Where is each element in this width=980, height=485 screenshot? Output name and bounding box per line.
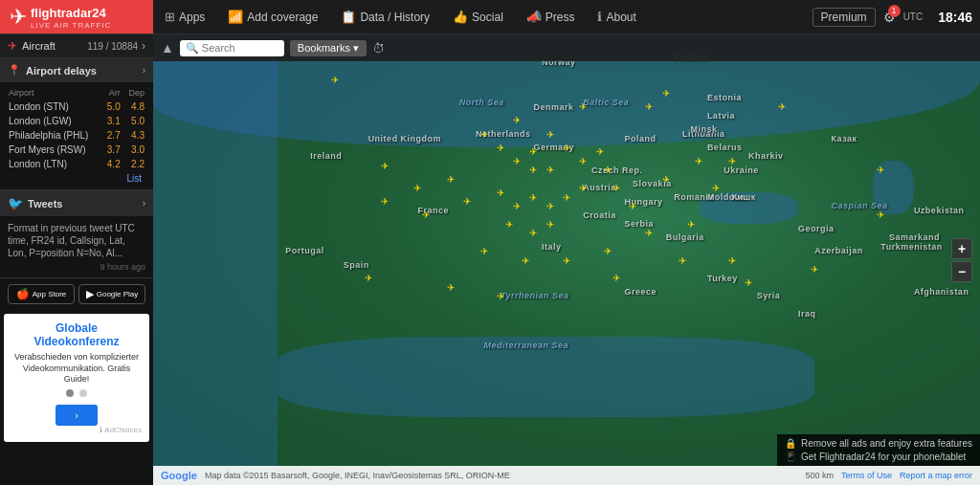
flight-marker: ✈ [728, 254, 736, 265]
top-navigation: ✈ flightradar24 LIVE AIR TRAFFIC ⊞ Apps … [0, 0, 980, 34]
country-label: Serbia [624, 219, 654, 229]
country-label: Afghanistan [914, 287, 969, 297]
notification-row-mobile[interactable]: 📱 Get Flightradar24 for your phone/table… [785, 452, 972, 462]
map-controls: + − [951, 238, 972, 282]
country-label: Czech Rep. [591, 165, 643, 175]
ad-title[interactable]: Globale Videokonferenz [11, 321, 142, 348]
logo-text: flightradar24 LIVE AIR TRAFFIC [31, 4, 111, 30]
flight-marker: ✈ [687, 218, 695, 229]
utc-label: UTC [903, 11, 924, 22]
nav-item-press[interactable]: 📣 Press [515, 0, 587, 33]
flight-marker: ✈ [529, 191, 537, 202]
flight-marker: ✈ [596, 146, 604, 157]
aircraft-arrow: › [142, 39, 145, 53]
notification-row-ads[interactable]: 🔒 Remove all ads and enjoy extra feature… [785, 438, 972, 449]
flight-marker: ✈ [612, 273, 620, 283]
atlantic-water [153, 34, 278, 485]
zoom-in-button[interactable]: + [951, 238, 972, 259]
country-label: Ireland [310, 151, 342, 161]
flight-marker: ✈ [381, 196, 389, 207]
nav-item-social[interactable]: 👍 Social [441, 0, 515, 33]
country-label: Italy [542, 242, 562, 252]
compass-button[interactable]: ▲ [161, 40, 174, 55]
flight-marker: ✈ [604, 246, 612, 256]
bookmarks-label: Bookmarks [298, 42, 350, 54]
map-copyright: Map data ©2015 Basarsoft, Google, INEGI,… [205, 471, 510, 480]
notif-text-mobile: Get Flightradar24 for your phone/tablet [801, 452, 966, 462]
country-label: Samarkand [889, 232, 940, 242]
search-box[interactable]: 🔍 [180, 40, 284, 56]
country-label: Slovakia [633, 179, 672, 188]
list-link[interactable]: List [6, 171, 147, 186]
premium-button[interactable]: Premium [813, 8, 876, 27]
airport-delays-header[interactable]: 📍 Airport delays › [0, 58, 153, 82]
airport-delays-label: Airport delays [26, 65, 97, 77]
airport-delays-table-container: Airport Arr Dep London (STN)5.04.8London… [0, 82, 153, 189]
country-label: Hungary [624, 197, 662, 207]
country-label: Croatia [583, 210, 616, 220]
nav-item-about[interactable]: ℹ About [586, 0, 647, 33]
scale-label: 500 km [805, 471, 834, 480]
app-store-button[interactable]: 🍎 App Store [8, 284, 75, 304]
settings-gear[interactable]: ⚙ 1 [883, 10, 896, 25]
report-link[interactable]: Report a map error [900, 471, 972, 480]
tweets-header[interactable]: 🐦 Tweets › [0, 190, 153, 216]
terms-link[interactable]: Terms of Use [841, 471, 892, 480]
country-label: France [417, 206, 449, 215]
logo[interactable]: ✈ flightradar24 LIVE AIR TRAFFIC [0, 0, 153, 33]
notification-bar: 🔒 Remove all ads and enjoy extra feature… [777, 434, 980, 466]
map-toolbar: ▲ 🔍 Bookmarks ▾ ⏱ [153, 34, 980, 61]
ad-button[interactable]: › [56, 405, 98, 426]
apple-icon: 🍎 [16, 288, 30, 300]
flight-marker: ✈ [629, 200, 636, 210]
flight-marker: ✈ [513, 200, 521, 210]
col-arr: Arr [101, 86, 122, 99]
nav-items: ⊞ Apps 📶 Add coverage 📋 Data / History 👍… [153, 0, 813, 33]
press-icon: 📣 [526, 10, 542, 24]
zoom-out-button[interactable]: − [951, 261, 972, 282]
table-row: London (STN)5.04.8 [6, 99, 147, 114]
airport-delays-section: 📍 Airport delays › Airport Arr Dep Londo… [0, 58, 153, 190]
ad-choices[interactable]: ℹ AdChoices [11, 426, 142, 434]
ad-dot-1[interactable] [66, 389, 74, 397]
country-label: Turkmenistan [880, 242, 942, 252]
settings-badge: 1 [888, 5, 901, 17]
search-icon: 🔍 [186, 42, 199, 55]
ad-choices-icon: ℹ [100, 426, 102, 434]
col-airport: Airport [6, 86, 101, 99]
nav-item-add-coverage[interactable]: 📶 Add coverage [216, 0, 329, 33]
country-label: Belarus [707, 143, 743, 152]
flight-marker: ✈ [365, 273, 372, 283]
flight-marker: ✈ [480, 246, 488, 256]
search-input[interactable] [202, 42, 278, 54]
bookmarks-button[interactable]: Bookmarks ▾ [290, 40, 367, 56]
flight-marker: ✈ [679, 254, 686, 265]
country-label: Uzbekistan [914, 206, 965, 215]
data-icon: 📋 [341, 10, 356, 24]
map-container[interactable]: NorwayFinlandEstoniaLatviaLithuaniaBelar… [153, 34, 980, 485]
map-bottom-bar: Google Map data ©2015 Basarsoft, Google,… [153, 466, 980, 485]
clock-display: 18:46 [930, 10, 972, 25]
nav-item-data-history[interactable]: 📋 Data / History [329, 0, 441, 33]
flight-marker: ✈ [381, 160, 389, 170]
aircraft-row[interactable]: ✈ Aircraft 119 / 10884 › [0, 34, 153, 57]
notif-text-ads: Remove all ads and enjoy extra features [801, 438, 972, 449]
signal-icon: 📶 [228, 10, 243, 24]
flight-marker: ✈ [529, 146, 537, 157]
tweet-body: Format in previous tweet UTC time, FR24 … [8, 222, 145, 259]
ad-dot-2[interactable] [79, 389, 87, 397]
country-label: Georgia [798, 224, 835, 233]
clock-button[interactable]: ⏱ [372, 41, 385, 55]
country-label: Spain [344, 260, 369, 270]
country-label: Portugal [285, 246, 324, 255]
flight-marker: ✈ [579, 155, 587, 165]
nav-item-apps[interactable]: ⊞ Apps [153, 0, 216, 33]
google-play-button[interactable]: ▶ Google Play [78, 284, 145, 304]
social-icon: 👍 [453, 10, 468, 24]
android-icon: ▶ [86, 288, 94, 300]
country-label: Iraq [798, 309, 816, 319]
sidebar: ✈ Aircraft 119 / 10884 › 📍 Airport delay… [0, 34, 153, 485]
nav-right: Premium ⚙ 1 UTC 18:46 [813, 8, 980, 27]
store-buttons: 🍎 App Store ▶ Google Play [0, 278, 153, 310]
flight-marker: ✈ [529, 228, 537, 238]
